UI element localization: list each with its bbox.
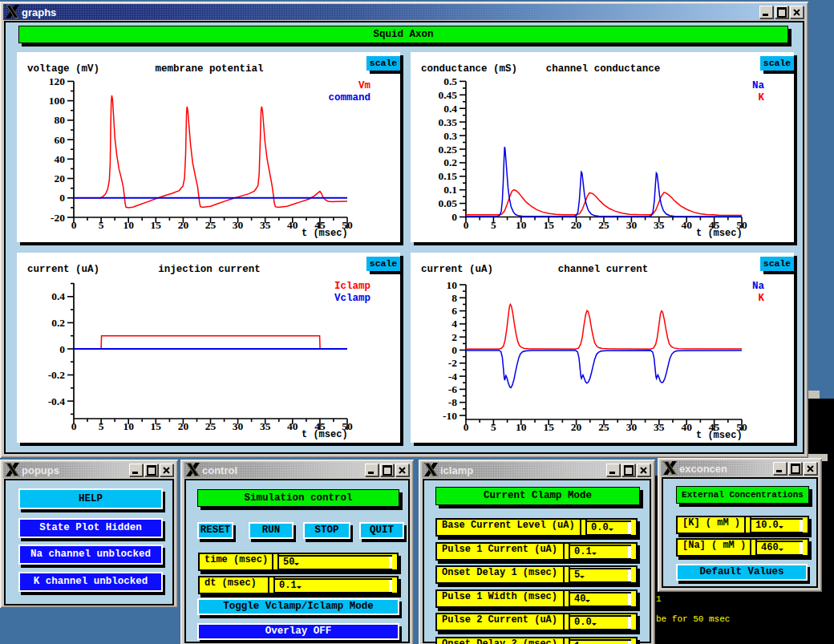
- svg-text:t (msec): t (msec): [696, 430, 743, 441]
- svg-text:10: 10: [447, 279, 458, 291]
- svg-text:current (uA): current (uA): [421, 264, 493, 275]
- svg-text:2: 2: [451, 331, 457, 343]
- svg-text:0: 0: [71, 219, 77, 231]
- svg-text:0.45: 0.45: [438, 89, 457, 101]
- svg-text:120: 120: [49, 75, 66, 87]
- svg-text:command: command: [328, 92, 370, 103]
- svg-text:0.35: 0.35: [438, 116, 457, 128]
- svg-text:K: K: [758, 92, 764, 103]
- svg-text:0.2: 0.2: [443, 156, 457, 168]
- svg-text:100: 100: [49, 95, 66, 107]
- svg-text:membrane potential: membrane potential: [155, 63, 263, 75]
- svg-text:channel current: channel current: [558, 264, 649, 275]
- svg-text:35: 35: [260, 219, 271, 231]
- svg-text:40: 40: [681, 219, 692, 231]
- svg-text:Na: Na: [752, 80, 765, 91]
- svg-text:20: 20: [55, 172, 66, 184]
- svg-text:20: 20: [571, 421, 582, 433]
- svg-text:0.05: 0.05: [438, 197, 457, 209]
- svg-text:20: 20: [571, 219, 582, 231]
- svg-text:conductance (mS): conductance (mS): [421, 63, 517, 75]
- svg-text:voltage (mV): voltage (mV): [27, 63, 99, 75]
- svg-text:0.25: 0.25: [438, 144, 457, 156]
- svg-text:0.15: 0.15: [438, 170, 457, 182]
- svg-text:5: 5: [491, 219, 496, 231]
- svg-text:8: 8: [451, 292, 457, 304]
- svg-text:Na: Na: [752, 281, 765, 292]
- svg-text:5: 5: [99, 219, 104, 231]
- svg-text:K: K: [758, 293, 764, 304]
- svg-text:40: 40: [55, 153, 66, 165]
- svg-text:35: 35: [654, 219, 665, 231]
- svg-text:10: 10: [516, 421, 527, 433]
- svg-text:0: 0: [451, 344, 457, 356]
- svg-text:15: 15: [543, 421, 554, 433]
- svg-text:-10: -10: [443, 410, 457, 422]
- svg-text:0: 0: [59, 192, 65, 204]
- svg-text:-20: -20: [51, 212, 65, 224]
- svg-text:-4: -4: [448, 371, 457, 383]
- svg-text:40: 40: [287, 219, 298, 231]
- svg-text:5: 5: [491, 421, 496, 433]
- svg-text:10: 10: [516, 219, 527, 231]
- svg-text:Vm: Vm: [358, 80, 371, 91]
- svg-text:0.3: 0.3: [443, 130, 457, 142]
- svg-text:0: 0: [464, 219, 469, 231]
- svg-text:0.1: 0.1: [443, 184, 457, 196]
- svg-text:10: 10: [123, 219, 134, 231]
- svg-text:0: 0: [451, 211, 457, 223]
- svg-text:t (msec): t (msec): [696, 228, 743, 239]
- svg-text:0.5: 0.5: [443, 75, 457, 87]
- svg-text:30: 30: [626, 421, 638, 433]
- svg-text:80: 80: [55, 114, 66, 126]
- svg-text:channel conductance: channel conductance: [546, 63, 661, 75]
- svg-text:15: 15: [543, 219, 554, 231]
- svg-text:40: 40: [681, 421, 692, 433]
- svg-text:-8: -8: [448, 396, 457, 408]
- svg-text:0.4: 0.4: [443, 103, 457, 115]
- svg-text:4: 4: [451, 318, 457, 330]
- svg-text:t (msec): t (msec): [302, 228, 348, 239]
- svg-text:30: 30: [626, 219, 638, 231]
- svg-text:25: 25: [205, 219, 217, 231]
- svg-text:0: 0: [464, 421, 469, 433]
- svg-text:6: 6: [451, 305, 457, 317]
- svg-text:35: 35: [654, 421, 665, 433]
- svg-text:25: 25: [598, 421, 609, 433]
- svg-text:-6: -6: [448, 383, 457, 395]
- svg-text:60: 60: [55, 134, 66, 146]
- svg-text:-2: -2: [448, 357, 457, 369]
- svg-text:30: 30: [233, 219, 244, 231]
- svg-text:20: 20: [178, 219, 189, 231]
- svg-text:25: 25: [598, 219, 609, 231]
- svg-text:15: 15: [151, 219, 162, 231]
